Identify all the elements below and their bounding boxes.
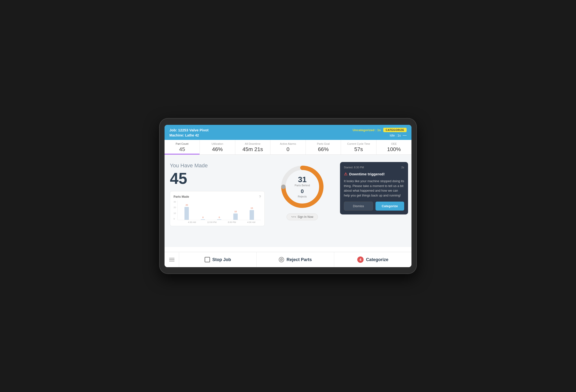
stat-oee-value: 100% <box>378 146 409 153</box>
categorize-popup-button[interactable]: Categorize <box>375 202 404 210</box>
content-left: You Have Made 45 Parts Made ? 30 20 1 <box>170 160 265 226</box>
x-label-0: 4:30 AM <box>188 221 196 223</box>
hamburger-line-2 <box>169 259 174 260</box>
tablet-frame: Job: 12253 Valve Pivot Uncategorized : 1… <box>159 118 417 274</box>
chart-y-axis: 30 20 10 0 <box>173 201 176 220</box>
stat-oee[interactable]: OEE 100% <box>376 140 411 155</box>
x-label-3: 8:00 PM <box>228 221 236 223</box>
stat-active-alarms-value: 0 <box>272 146 304 153</box>
sign-in-arrow-icon: ↪↪ <box>291 215 296 219</box>
stat-parts-goal[interactable]: Parts Goal 66% <box>306 140 341 155</box>
downtime-popup: Started: 8:30 PM 2s ⚠ Downtime triggered… <box>340 162 408 214</box>
popup-started-time: Started: 8:30 PM <box>344 166 364 169</box>
bar-4 <box>250 210 254 220</box>
bar-2 <box>217 219 221 220</box>
header-right: Uncategorized : 1s CATEGORIZE <box>353 128 407 132</box>
hamburger-line-1 <box>169 258 174 259</box>
sign-in-button[interactable]: ↪↪ Sign In Now <box>287 213 318 220</box>
stat-cycle-time-label: Current Cycle Time <box>343 142 374 145</box>
donut-chart: 31 Parts Behind 0 Rejects <box>278 162 327 211</box>
stat-cycle-time-value: 57s <box>343 146 374 153</box>
popup-body-text: It looks like your machine stopped doing… <box>344 179 404 198</box>
bar-0 <box>184 207 189 220</box>
y-label-30: 30 <box>173 201 176 203</box>
bottom-bar: Stop Job ⊘ Reject Parts 4 Categorize <box>165 252 411 267</box>
stat-active-alarms-label: Active Alarms <box>272 142 304 145</box>
popup-title-text: Downtime triggered! <box>349 172 385 176</box>
bar-3 <box>233 213 238 220</box>
chart-bars-area: 20 0 0 <box>177 201 261 220</box>
donut-center: 31 Parts Behind 0 Rejects <box>294 176 310 198</box>
idle-dash: — <box>403 133 407 137</box>
bar-group-2: 0 <box>217 216 221 220</box>
header: Job: 12253 Valve Pivot Uncategorized : 1… <box>165 125 411 140</box>
y-label-20: 20 <box>173 206 176 209</box>
popup-title: ⚠ Downtime triggered! <box>344 172 404 176</box>
stat-part-count[interactable]: Part Count 45 <box>165 140 200 155</box>
stat-all-downtime-value: 45m 21s <box>237 146 268 153</box>
stat-all-downtime-label: All Downtime <box>237 142 268 145</box>
chart-help-icon[interactable]: ? <box>259 195 261 199</box>
content-center: 31 Parts Behind 0 Rejects ↪↪ Sign In Now <box>269 160 336 220</box>
categorize-header-button[interactable]: CATEGORIZE <box>383 128 407 132</box>
tablet-screen: Job: 12253 Valve Pivot Uncategorized : 1… <box>165 125 411 267</box>
x-label-1: 12:00 PM <box>207 221 217 223</box>
rejects-label: Rejects <box>294 195 310 198</box>
big-part-count: 45 <box>170 171 265 186</box>
bar-value-2: 0 <box>219 216 220 219</box>
machine-label: Machine: Lathe 42 <box>169 133 199 137</box>
stat-part-count-label: Part Count <box>167 142 198 145</box>
popup-elapsed-time: 2s <box>401 166 404 169</box>
uncategorized-label: Uncategorized : 1s <box>353 128 381 132</box>
stat-parts-goal-value: 66% <box>308 146 339 153</box>
downtime-popup-container: Started: 8:30 PM 2s ⚠ Downtime triggered… <box>340 160 406 214</box>
popup-actions: Dismiss Categorize <box>344 202 404 210</box>
parts-behind-count: 31 <box>294 176 310 183</box>
popup-header: Started: 8:30 PM 2s <box>344 166 404 169</box>
x-label-4: 4:00 AM <box>247 221 255 223</box>
stop-icon <box>205 257 210 262</box>
parts-made-chart: Parts Made ? 30 20 10 0 <box>170 191 265 226</box>
rejects-count: 0 <box>294 188 310 195</box>
categorize-bottom-button[interactable]: 4 Categorize <box>334 252 411 267</box>
stat-active-alarms[interactable]: Active Alarms 0 <box>270 140 306 155</box>
bar-group-0: 20 <box>184 204 189 220</box>
idle-status: Idle : 1s — <box>390 133 407 137</box>
categorize-bottom-label: Categorize <box>366 257 388 262</box>
bar-group-3: 10 <box>233 210 238 220</box>
idle-text: Idle : 1s <box>390 133 401 137</box>
categorize-badge: 4 <box>357 257 364 263</box>
main-content: You Have Made 45 Parts Made ? 30 20 1 <box>165 155 411 247</box>
reject-icon: ⊘ <box>279 257 284 262</box>
reject-parts-button[interactable]: ⊘ Reject Parts <box>257 252 334 267</box>
parts-behind-label: Parts Behind <box>294 184 310 187</box>
reject-parts-label: Reject Parts <box>287 257 312 262</box>
stat-all-downtime[interactable]: All Downtime 45m 21s <box>235 140 270 155</box>
hamburger-line-3 <box>169 261 174 261</box>
stop-job-button[interactable]: Stop Job <box>179 252 257 267</box>
y-label-0: 0 <box>173 218 176 220</box>
bar-1 <box>201 219 205 220</box>
bar-group-4: 15 <box>250 207 254 220</box>
you-have-made-label: You Have Made <box>170 162 265 169</box>
bar-value-3: 10 <box>234 210 237 213</box>
job-title: Job: 12253 Valve Pivot <box>169 128 208 132</box>
chart-title: Parts Made <box>173 195 189 198</box>
hamburger-icon <box>169 258 174 261</box>
bar-value-0: 20 <box>185 204 188 206</box>
stat-utilization[interactable]: Utilization 46% <box>200 140 235 155</box>
bar-value-1: 0 <box>202 216 204 219</box>
stat-utilization-value: 46% <box>202 146 233 153</box>
stat-oee-label: OEE <box>378 142 409 145</box>
stat-utilization-label: Utilization <box>202 142 233 145</box>
sign-in-label: Sign In Now <box>297 215 313 219</box>
bar-group-1: 0 <box>201 216 205 220</box>
stop-job-label: Stop Job <box>212 257 231 262</box>
chart-x-axis: 4:30 AM 12:00 PM 8:00 PM 4:00 AM <box>177 220 261 223</box>
menu-button[interactable] <box>165 252 179 267</box>
dismiss-button[interactable]: Dismiss <box>344 202 373 210</box>
y-label-10: 10 <box>173 212 176 214</box>
stat-cycle-time[interactable]: Current Cycle Time 57s <box>341 140 376 155</box>
warning-icon: ⚠ <box>344 172 347 176</box>
stats-bar: Part Count 45 Utilization 46% All Downti… <box>165 140 411 155</box>
